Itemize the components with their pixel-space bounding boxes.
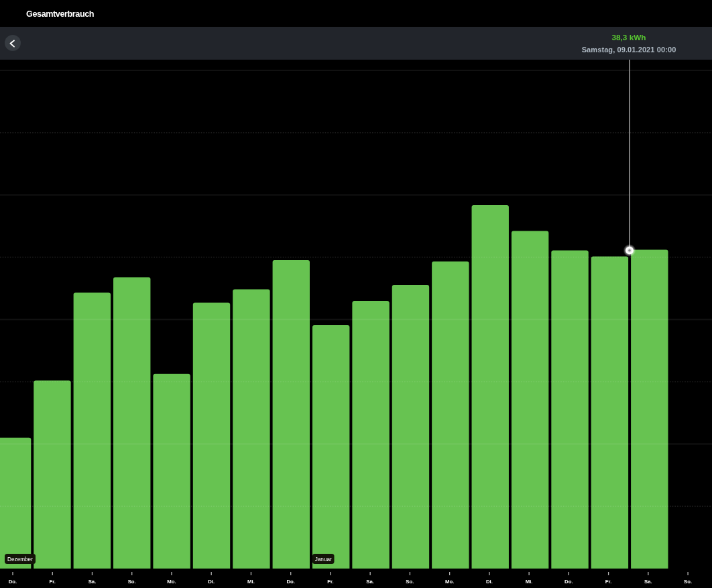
svg-text:Dezember: Dezember	[7, 556, 33, 563]
svg-text:Mo.: Mo.	[445, 579, 454, 585]
svg-text:Mo.: Mo.	[167, 579, 176, 585]
svg-text:Fr.: Fr.	[605, 579, 612, 585]
svg-text:Fr.: Fr.	[327, 579, 334, 585]
svg-text:Do.: Do.	[565, 579, 573, 585]
svg-text:So.: So.	[406, 579, 414, 585]
svg-text:So.: So.	[128, 579, 136, 585]
svg-text:Sa.: Sa.	[366, 579, 374, 585]
svg-text:Do.: Do.	[286, 579, 295, 585]
svg-text:Do.: Do.	[9, 579, 17, 585]
svg-text:Di.: Di.	[208, 579, 215, 585]
svg-text:Mi.: Mi.	[247, 579, 255, 585]
svg-text:Mi.: Mi.	[526, 579, 533, 585]
svg-text:So.: So.	[684, 579, 692, 585]
svg-text:Januar: Januar	[315, 556, 332, 563]
svg-text:Sa.: Sa.	[88, 579, 97, 585]
svg-text:Sa.: Sa.	[644, 579, 652, 585]
svg-text:Fr.: Fr.	[49, 579, 56, 585]
svg-text:Di.: Di.	[486, 579, 493, 585]
